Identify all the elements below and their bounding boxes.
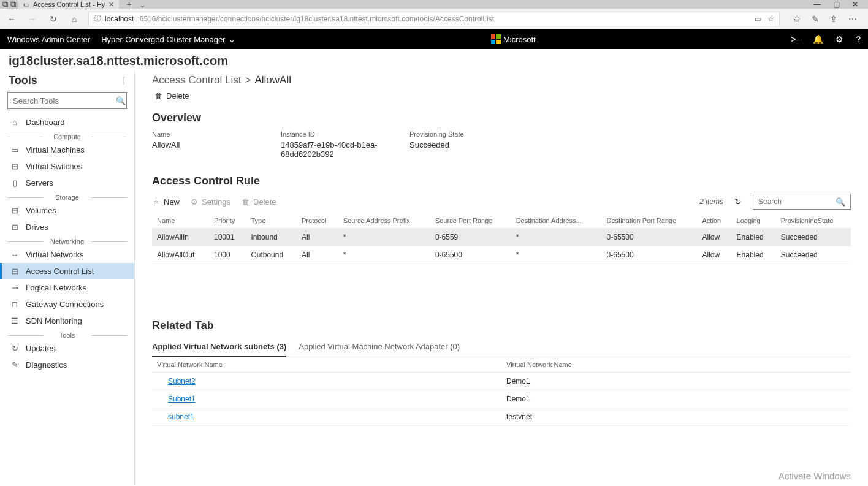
sidebar-item-virtual-networks[interactable]: ↔Virtual Networks [0,246,134,263]
overview-prov-label: Provisioning State [409,131,538,138]
search-tools-field[interactable] [13,96,116,105]
tab-adapters[interactable]: Applied Virtual Machine Network Adapater… [299,338,460,357]
table-row[interactable]: AllowAllIn10001InboundAll*0-6559*0-65500… [152,229,851,246]
cell-subnet: subnet1 [152,408,501,426]
home-button[interactable]: ⌂ [67,14,81,24]
search-rules-input[interactable]: 🔍 [753,194,851,210]
tab-aside-icon[interactable]: ⧉ [10,0,16,9]
table-row[interactable]: Subnet2Demo1 [152,373,851,390]
window-minimize-button[interactable]: — [813,0,821,9]
reading-view-icon[interactable]: ▭ [755,15,761,23]
overview-heading: Overview [152,112,851,124]
col-name[interactable]: Name [152,213,209,229]
new-tab-button[interactable]: + [121,0,136,9]
delete-rule-button[interactable]: 🗑Delete [242,197,276,207]
col-type[interactable]: Type [246,213,297,229]
tab-chevron-icon[interactable]: ⌄ [139,0,146,9]
activate-windows-watermark: Activate Windows [779,471,851,481]
window-close-button[interactable]: ✕ [852,0,858,9]
share-icon[interactable]: ⇪ [830,14,837,24]
brand-label[interactable]: Windows Admin Center [7,35,90,44]
table-row[interactable]: Subnet1Demo1 [152,390,851,408]
console-icon[interactable]: >_ [791,34,801,44]
favorites-icon[interactable]: ✩ [793,14,801,24]
notifications-icon[interactable]: 🔔 [813,34,823,44]
sidebar-item-servers[interactable]: ▯Servers [0,175,134,191]
tools-heading: Tools [9,74,37,87]
col-prov[interactable]: ProvisioningState [776,213,851,229]
subnet-link[interactable]: Subnet1 [168,395,196,403]
col-src-port[interactable]: Source Port Range [430,213,511,229]
tab-subnets[interactable]: Applied Virtual Network subnets (3) [152,338,286,357]
tab-close-icon[interactable]: ✕ [108,1,114,9]
browser-tab[interactable]: ▭ Access Control List - Hy ✕ [18,0,119,9]
cell-priority: 10001 [209,229,246,246]
sidebar-item-logical-networks[interactable]: ⊸Logical Networks [0,279,134,296]
refresh-rules-button[interactable]: ↻ [734,197,742,207]
site-info-icon[interactable]: ⓘ [94,13,101,24]
tab-thumb-icon[interactable]: ⧉ [2,0,8,9]
manager-dropdown[interactable]: Hyper-Converged Cluster Manager ⌄ [101,35,235,44]
volume-icon: ⊟ [10,206,20,215]
back-button[interactable]: ← [5,14,18,24]
chevron-down-icon: ⌄ [229,35,235,44]
sidebar-item-diagnostics[interactable]: ✎Diagnostics [0,357,134,373]
address-bar[interactable]: ⓘ localhost:6516/hciclustermanager/conne… [88,12,780,26]
rule-toolbar: ＋New ⚙Settings 🗑Delete 2 items ↻ 🔍 [152,194,851,210]
browser-toolbar: ← → ↻ ⌂ ⓘ localhost:6516/hciclustermanag… [0,9,868,29]
sidebar-item-updates[interactable]: ↻Updates [0,340,134,357]
related-tabs: Applied Virtual Network subnets (3) Appl… [152,338,851,357]
table-row[interactable]: subnet1testvnet [152,408,851,426]
col-dst-prefix[interactable]: Destination Address... [511,213,602,229]
sidebar-item-sdn-monitoring[interactable]: ☰SDN Monitoring [0,313,134,329]
col-vnet-name[interactable]: Virtual Network Name [501,357,851,373]
col-action[interactable]: Action [698,213,732,229]
overview-prov-value: Succeeded [409,140,538,150]
col-src-prefix[interactable]: Source Address Prefix [338,213,430,229]
sidebar-item-label: Virtual Machines [26,145,85,154]
sidebar-item-dashboard[interactable]: ⌂Dashboard [0,114,134,131]
sidebar: Tools 〈 🔍 ⌂Dashboard Compute ▭Virtual Ma… [0,70,135,485]
group-networking: Networking [7,238,127,245]
sidebar-item-virtual-switches[interactable]: ⊞Virtual Switches [0,158,134,175]
search-tools-input[interactable]: 🔍 [7,92,127,109]
sidebar-item-label: Volumes [26,206,56,215]
sidebar-item-drives[interactable]: ⊡Drives [0,219,134,235]
sidebar-item-access-control-list[interactable]: ⊟Access Control List [0,263,134,279]
col-logging[interactable]: Logging [732,213,776,229]
favorite-icon[interactable]: ☆ [767,15,774,23]
col-protocol[interactable]: Protocol [297,213,338,229]
settings-icon[interactable]: ⚙ [836,34,843,44]
notes-icon[interactable]: ✎ [812,14,819,24]
search-rules-field[interactable] [758,197,832,206]
drive-icon: ⊡ [10,222,20,232]
forward-button[interactable]: → [26,14,39,24]
monitor-icon: ☰ [10,316,20,325]
overview-instance-label: Instance ID [281,131,409,138]
subnet-link[interactable]: subnet1 [168,412,194,421]
overview-name-value: AllowAll [152,140,281,150]
col-priority[interactable]: Priority [209,213,246,229]
breadcrumb-root[interactable]: Access Control List [152,74,242,86]
more-icon[interactable]: ⋯ [848,14,857,24]
refresh-button[interactable]: ↻ [47,14,60,24]
window-maximize-button[interactable]: ▢ [833,0,840,9]
subnets-table: Virtual Network Name Virtual Network Nam… [152,357,851,426]
sidebar-item-volumes[interactable]: ⊟Volumes [0,202,134,219]
cell-vnet: testvnet [501,408,851,426]
logical-net-icon: ⊸ [10,283,20,292]
sidebar-item-virtual-machines[interactable]: ▭Virtual Machines [0,142,134,158]
new-rule-button[interactable]: ＋New [152,196,180,207]
delete-button[interactable]: 🗑 Delete [154,91,189,101]
main-content: Access Control List > AllowAll 🗑 Delete … [135,70,868,485]
sidebar-item-gateway-connections[interactable]: ⊓Gateway Connections [0,296,134,313]
subnet-link[interactable]: Subnet2 [168,377,196,385]
collapse-sidebar-button[interactable]: 〈 [117,75,126,86]
help-icon[interactable]: ? [856,34,861,44]
settings-rule-button[interactable]: ⚙Settings [191,197,230,207]
col-dst-port[interactable]: Destination Port Range [602,213,698,229]
sidebar-item-label: Dashboard [26,118,65,127]
trash-icon: 🗑 [242,197,249,207]
col-subnet-name[interactable]: Virtual Network Name [152,357,501,373]
table-row[interactable]: AllowAllOut1000OutboundAll*0-65500*0-655… [152,246,851,264]
